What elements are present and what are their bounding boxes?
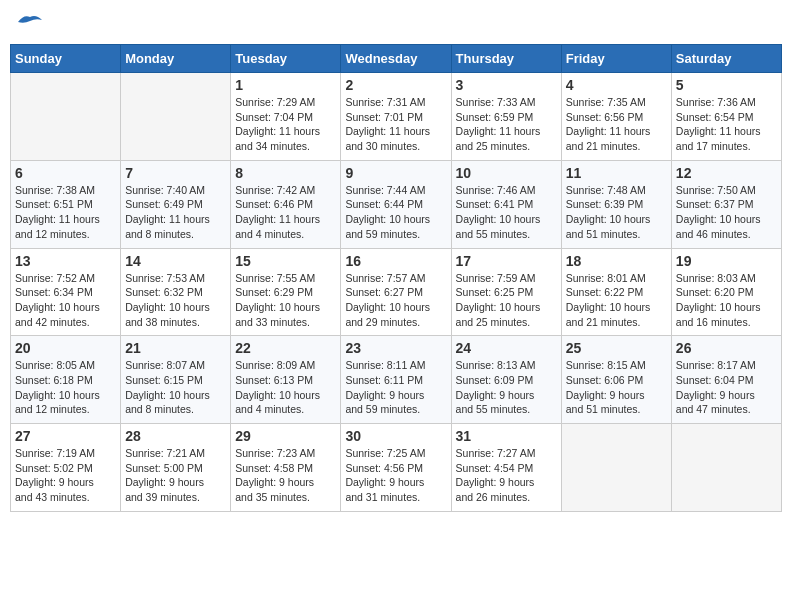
calendar-week-row: 13Sunrise: 7:52 AM Sunset: 6:34 PM Dayli… — [11, 248, 782, 336]
calendar-body: 1Sunrise: 7:29 AM Sunset: 7:04 PM Daylig… — [11, 73, 782, 512]
day-info: Sunrise: 7:27 AM Sunset: 4:54 PM Dayligh… — [456, 446, 557, 505]
day-info: Sunrise: 7:44 AM Sunset: 6:44 PM Dayligh… — [345, 183, 446, 242]
day-info: Sunrise: 7:25 AM Sunset: 4:56 PM Dayligh… — [345, 446, 446, 505]
day-number: 25 — [566, 340, 667, 356]
calendar-cell: 6Sunrise: 7:38 AM Sunset: 6:51 PM Daylig… — [11, 160, 121, 248]
calendar-cell: 21Sunrise: 8:07 AM Sunset: 6:15 PM Dayli… — [121, 336, 231, 424]
page-header — [10, 10, 782, 36]
day-info: Sunrise: 7:19 AM Sunset: 5:02 PM Dayligh… — [15, 446, 116, 505]
day-number: 5 — [676, 77, 777, 93]
calendar-cell — [671, 424, 781, 512]
day-number: 11 — [566, 165, 667, 181]
day-info: Sunrise: 7:23 AM Sunset: 4:58 PM Dayligh… — [235, 446, 336, 505]
calendar-week-row: 6Sunrise: 7:38 AM Sunset: 6:51 PM Daylig… — [11, 160, 782, 248]
calendar-cell — [121, 73, 231, 161]
calendar-cell: 15Sunrise: 7:55 AM Sunset: 6:29 PM Dayli… — [231, 248, 341, 336]
calendar-table: SundayMondayTuesdayWednesdayThursdayFrid… — [10, 44, 782, 512]
calendar-cell: 28Sunrise: 7:21 AM Sunset: 5:00 PM Dayli… — [121, 424, 231, 512]
day-number: 2 — [345, 77, 446, 93]
calendar-cell: 2Sunrise: 7:31 AM Sunset: 7:01 PM Daylig… — [341, 73, 451, 161]
day-number: 21 — [125, 340, 226, 356]
day-number: 6 — [15, 165, 116, 181]
day-info: Sunrise: 8:13 AM Sunset: 6:09 PM Dayligh… — [456, 358, 557, 417]
day-info: Sunrise: 7:53 AM Sunset: 6:32 PM Dayligh… — [125, 271, 226, 330]
calendar-week-row: 1Sunrise: 7:29 AM Sunset: 7:04 PM Daylig… — [11, 73, 782, 161]
calendar-cell: 27Sunrise: 7:19 AM Sunset: 5:02 PM Dayli… — [11, 424, 121, 512]
day-info: Sunrise: 8:05 AM Sunset: 6:18 PM Dayligh… — [15, 358, 116, 417]
weekday-header: Friday — [561, 45, 671, 73]
day-number: 12 — [676, 165, 777, 181]
day-number: 18 — [566, 253, 667, 269]
calendar-cell: 7Sunrise: 7:40 AM Sunset: 6:49 PM Daylig… — [121, 160, 231, 248]
calendar-cell — [561, 424, 671, 512]
day-info: Sunrise: 7:29 AM Sunset: 7:04 PM Dayligh… — [235, 95, 336, 154]
day-info: Sunrise: 8:15 AM Sunset: 6:06 PM Dayligh… — [566, 358, 667, 417]
calendar-cell: 12Sunrise: 7:50 AM Sunset: 6:37 PM Dayli… — [671, 160, 781, 248]
day-number: 4 — [566, 77, 667, 93]
calendar-week-row: 27Sunrise: 7:19 AM Sunset: 5:02 PM Dayli… — [11, 424, 782, 512]
calendar-cell: 24Sunrise: 8:13 AM Sunset: 6:09 PM Dayli… — [451, 336, 561, 424]
calendar-cell: 10Sunrise: 7:46 AM Sunset: 6:41 PM Dayli… — [451, 160, 561, 248]
weekday-header: Monday — [121, 45, 231, 73]
weekday-header: Thursday — [451, 45, 561, 73]
calendar-cell: 5Sunrise: 7:36 AM Sunset: 6:54 PM Daylig… — [671, 73, 781, 161]
calendar-cell: 8Sunrise: 7:42 AM Sunset: 6:46 PM Daylig… — [231, 160, 341, 248]
day-info: Sunrise: 7:46 AM Sunset: 6:41 PM Dayligh… — [456, 183, 557, 242]
day-info: Sunrise: 7:35 AM Sunset: 6:56 PM Dayligh… — [566, 95, 667, 154]
day-info: Sunrise: 7:50 AM Sunset: 6:37 PM Dayligh… — [676, 183, 777, 242]
day-info: Sunrise: 8:03 AM Sunset: 6:20 PM Dayligh… — [676, 271, 777, 330]
day-number: 3 — [456, 77, 557, 93]
day-number: 15 — [235, 253, 336, 269]
calendar-cell: 23Sunrise: 8:11 AM Sunset: 6:11 PM Dayli… — [341, 336, 451, 424]
calendar-cell: 9Sunrise: 7:44 AM Sunset: 6:44 PM Daylig… — [341, 160, 451, 248]
day-info: Sunrise: 7:33 AM Sunset: 6:59 PM Dayligh… — [456, 95, 557, 154]
day-number: 22 — [235, 340, 336, 356]
calendar-cell: 11Sunrise: 7:48 AM Sunset: 6:39 PM Dayli… — [561, 160, 671, 248]
calendar-header: SundayMondayTuesdayWednesdayThursdayFrid… — [11, 45, 782, 73]
day-number: 26 — [676, 340, 777, 356]
day-number: 20 — [15, 340, 116, 356]
day-number: 17 — [456, 253, 557, 269]
day-number: 28 — [125, 428, 226, 444]
day-number: 23 — [345, 340, 446, 356]
day-info: Sunrise: 7:52 AM Sunset: 6:34 PM Dayligh… — [15, 271, 116, 330]
calendar-cell: 22Sunrise: 8:09 AM Sunset: 6:13 PM Dayli… — [231, 336, 341, 424]
calendar-cell: 30Sunrise: 7:25 AM Sunset: 4:56 PM Dayli… — [341, 424, 451, 512]
calendar-cell: 4Sunrise: 7:35 AM Sunset: 6:56 PM Daylig… — [561, 73, 671, 161]
day-info: Sunrise: 7:36 AM Sunset: 6:54 PM Dayligh… — [676, 95, 777, 154]
day-number: 29 — [235, 428, 336, 444]
day-info: Sunrise: 7:40 AM Sunset: 6:49 PM Dayligh… — [125, 183, 226, 242]
calendar-cell — [11, 73, 121, 161]
calendar-week-row: 20Sunrise: 8:05 AM Sunset: 6:18 PM Dayli… — [11, 336, 782, 424]
day-info: Sunrise: 7:48 AM Sunset: 6:39 PM Dayligh… — [566, 183, 667, 242]
day-number: 8 — [235, 165, 336, 181]
day-number: 30 — [345, 428, 446, 444]
day-info: Sunrise: 8:17 AM Sunset: 6:04 PM Dayligh… — [676, 358, 777, 417]
day-number: 10 — [456, 165, 557, 181]
day-number: 16 — [345, 253, 446, 269]
day-number: 7 — [125, 165, 226, 181]
weekday-header: Tuesday — [231, 45, 341, 73]
day-number: 27 — [15, 428, 116, 444]
day-info: Sunrise: 7:31 AM Sunset: 7:01 PM Dayligh… — [345, 95, 446, 154]
day-number: 1 — [235, 77, 336, 93]
day-number: 13 — [15, 253, 116, 269]
calendar-cell: 16Sunrise: 7:57 AM Sunset: 6:27 PM Dayli… — [341, 248, 451, 336]
calendar-cell: 25Sunrise: 8:15 AM Sunset: 6:06 PM Dayli… — [561, 336, 671, 424]
calendar-cell: 18Sunrise: 8:01 AM Sunset: 6:22 PM Dayli… — [561, 248, 671, 336]
day-number: 19 — [676, 253, 777, 269]
weekday-header: Sunday — [11, 45, 121, 73]
calendar-cell: 14Sunrise: 7:53 AM Sunset: 6:32 PM Dayli… — [121, 248, 231, 336]
day-info: Sunrise: 7:57 AM Sunset: 6:27 PM Dayligh… — [345, 271, 446, 330]
logo — [14, 10, 44, 36]
calendar-cell: 13Sunrise: 7:52 AM Sunset: 6:34 PM Dayli… — [11, 248, 121, 336]
day-info: Sunrise: 8:09 AM Sunset: 6:13 PM Dayligh… — [235, 358, 336, 417]
weekday-header: Wednesday — [341, 45, 451, 73]
day-number: 24 — [456, 340, 557, 356]
day-info: Sunrise: 8:11 AM Sunset: 6:11 PM Dayligh… — [345, 358, 446, 417]
calendar-cell: 20Sunrise: 8:05 AM Sunset: 6:18 PM Dayli… — [11, 336, 121, 424]
day-info: Sunrise: 8:07 AM Sunset: 6:15 PM Dayligh… — [125, 358, 226, 417]
calendar-cell: 19Sunrise: 8:03 AM Sunset: 6:20 PM Dayli… — [671, 248, 781, 336]
calendar-cell: 3Sunrise: 7:33 AM Sunset: 6:59 PM Daylig… — [451, 73, 561, 161]
calendar-cell: 17Sunrise: 7:59 AM Sunset: 6:25 PM Dayli… — [451, 248, 561, 336]
